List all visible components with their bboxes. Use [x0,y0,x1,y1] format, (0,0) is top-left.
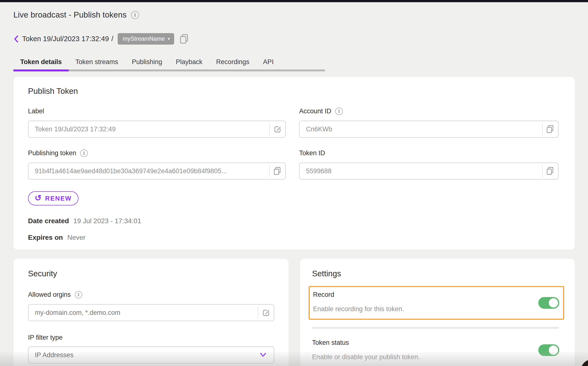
publishing-token-value: 91b4f1a4614ae9aed48d01be30a369749e2e4a60… [28,167,269,175]
token-id-box: 5599688 [299,163,559,180]
tab-token-details[interactable]: Token details [13,54,69,69]
back-button[interactable] [13,35,19,43]
copy-icon [273,166,282,176]
toggle-knob [549,298,558,308]
breadcrumb-separator: / [111,35,113,43]
date-created-value: 19 Jul 2023 - 17:34:01 [73,217,141,225]
edit-allowed-origins-button[interactable] [258,305,274,321]
tab-recordings[interactable]: Recordings [209,54,256,69]
settings-heading: Settings [312,269,564,278]
record-description: Enable recording for this token. [313,305,559,313]
tab-bar: Token details Token streams Publishing P… [13,54,325,71]
copy-icon [546,125,555,134]
caret-down-icon: ▾ [168,37,170,41]
date-created-label: Date created [28,217,69,225]
page-title: Live broadcast - Publish tokens [13,10,127,19]
page-info-icon[interactable]: i [131,11,139,19]
renew-icon: ↺ [35,194,42,202]
record-setting-highlight: Record Enable recording for this token. [309,286,564,320]
allowed-origins-box [28,304,274,321]
publishing-token-info-icon[interactable]: i [80,149,88,157]
record-toggle[interactable] [538,297,559,309]
account-id-info-icon[interactable]: i [335,107,343,115]
publishing-token-label: Publishing token i [28,149,286,157]
copy-token-id-button[interactable] [542,163,558,179]
edit-icon [262,308,270,317]
publishing-token-box: 91b4f1a4614ae9aed48d01be30a369749e2e4a60… [28,163,286,180]
chevron-left-icon [13,35,19,43]
allowed-origins-label: Allowed orgins i [28,290,274,299]
token-status-description: Enable or disable your publish token. [312,353,534,361]
security-heading: Security [28,269,274,278]
token-status-label: Token status [312,339,534,347]
token-id-label: Token ID [299,149,559,157]
copy-icon [546,166,555,176]
publish-token-card: Publish Token Label Account ID i [13,77,575,250]
chevron-down-icon [259,352,267,358]
copy-account-id-button[interactable] [542,121,558,137]
expires-on-row: Expires on Never [28,234,560,241]
page-header: Live broadcast - Publish tokens i [13,10,575,19]
copy-icon [179,33,190,45]
tab-publishing[interactable]: Publishing [125,54,169,69]
account-id-box: Cn6KWb [299,121,559,138]
token-status-toggle[interactable] [538,344,559,356]
top-bar [0,0,588,2]
renew-button[interactable]: ↺ RENEW [28,191,78,205]
token-status-setting: Token status Enable or disable your publ… [312,339,564,361]
settings-card: Settings Record Enable recording for thi… [300,259,575,366]
date-created-row: Date created 19 Jul 2023 - 17:34:01 [28,217,560,225]
settings-divider [312,327,559,329]
page: Live broadcast - Publish tokens i Token … [0,0,588,366]
ip-filter-type-label: IP filter type [28,333,274,342]
allowed-origins-info-icon[interactable]: i [75,291,82,299]
token-id-value: 5599688 [300,167,542,175]
expires-on-label: Expires on [28,234,63,241]
ip-filter-select[interactable]: IP Addresses [28,347,274,364]
security-card: Security Allowed orgins i [13,259,289,366]
stream-name-dropdown[interactable]: myStreamName ▾ [118,33,174,45]
account-id-label: Account ID i [299,107,559,115]
tab-api[interactable]: API [256,54,281,69]
publish-token-heading: Publish Token [28,87,560,96]
tab-token-streams[interactable]: Token streams [69,54,125,69]
record-label: Record [313,291,559,299]
account-id-value: Cn6KWb [300,125,542,133]
edit-label-button[interactable] [270,121,285,137]
ip-filter-selected-value: IP Addresses [35,351,74,359]
label-field-label: Label [28,107,286,115]
copy-stream-name-button[interactable] [179,33,190,45]
breadcrumb: Token 19/Jul/2023 17:32:49 / myStreamNam… [13,33,575,45]
renew-label: RENEW [45,195,72,202]
copy-publishing-token-button[interactable] [270,163,285,179]
expires-on-value: Never [67,234,85,241]
breadcrumb-token-label: Token 19/Jul/2023 17:32:49 [22,35,109,43]
stream-name-label: myStreamName [123,35,165,42]
edit-icon [273,125,282,134]
label-input-box [28,121,286,138]
label-input[interactable] [28,125,269,133]
tab-playback[interactable]: Playback [169,54,209,69]
allowed-origins-input[interactable] [28,309,258,317]
toggle-knob [549,346,558,355]
